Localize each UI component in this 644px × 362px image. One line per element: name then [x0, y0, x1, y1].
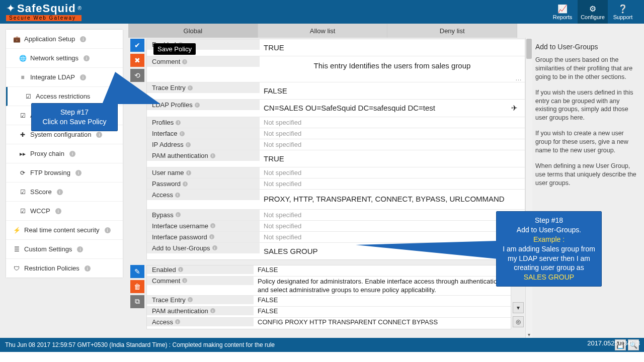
nav-support[interactable]: ❔ Support — [608, 0, 638, 24]
comment-value[interactable]: This entry Identifies the users from sal… — [260, 56, 525, 82]
brand-tagline: Secure Web Gateway — [6, 15, 82, 21]
scroll-thumb[interactable] — [526, 39, 532, 59]
info-icon: i — [77, 246, 83, 252]
info-icon: i — [183, 182, 188, 187]
profiles-value[interactable]: Not specified — [260, 117, 525, 128]
help-panel: Add to User-Groups Group the users based… — [532, 38, 644, 338]
enabled-value[interactable]: TRUE — [260, 39, 525, 56]
sidebar-item-wccp[interactable]: ☑WCCPi — [6, 202, 123, 221]
user-value[interactable]: Not specified — [260, 167, 525, 178]
edit-policy-button[interactable]: ✎ — [130, 265, 144, 278]
status-bar: Thu Jun 08 2017 12:59:57 GMT+0530 (India… — [0, 338, 644, 352]
tab-bar: Global Allow list Deny list — [128, 24, 524, 38]
app-header: ✦ SafeSquid ® Secure Web Gateway 📈 Repor… — [0, 0, 644, 24]
interface-value[interactable]: Not specified — [260, 128, 525, 139]
save-tooltip: Save Policy — [153, 43, 196, 55]
gears-icon: ⚙ — [589, 4, 596, 14]
info-icon: i — [105, 227, 111, 233]
sliders-icon: ☰ — [13, 246, 20, 253]
policy2-actions: ✎ 🗑 ⧉ — [128, 265, 146, 308]
nav-reports[interactable]: 📈 Reports — [547, 0, 578, 24]
info-icon: i — [188, 85, 193, 90]
trash-policy-button[interactable]: 🗑 — [130, 280, 144, 293]
check-icon: ☑ — [19, 189, 26, 196]
sidebar-item-sscore[interactable]: ☑SScorei — [6, 183, 123, 202]
vertical-scrollbar[interactable]: ▴ ▾ — [525, 38, 532, 338]
sidebar-item-proxy[interactable]: ▸▸Proxy chaini — [6, 144, 123, 163]
shield-icon: 🛡 — [13, 265, 20, 272]
brand-logo: ✦ SafeSquid ® Secure Web Gateway — [6, 3, 82, 21]
help-para-1: Group the users based on the similaritie… — [535, 56, 639, 81]
nav-configure[interactable]: ⚙ Configure — [578, 0, 608, 24]
status-text: Thu Jun 08 2017 12:59:57 GMT+0530 (India… — [5, 341, 275, 348]
trace-value[interactable]: FALSE — [260, 82, 525, 99]
enabled2-value[interactable]: FALSE — [254, 265, 511, 274]
trace2-value[interactable]: FALSE — [254, 296, 511, 304]
sidebar-item-network[interactable]: 🌐Network settingsi — [6, 49, 123, 68]
info-icon: i — [175, 193, 180, 198]
nav-reports-label: Reports — [553, 14, 573, 20]
ifuser-value[interactable]: Not specified — [260, 221, 525, 231]
ellipsis-icon[interactable]: … — [515, 74, 522, 82]
info-icon: i — [186, 142, 191, 147]
check-icon: ☑ — [19, 208, 26, 215]
sidebar-item-app-setup[interactable]: 💼Application Setupi — [6, 30, 123, 49]
send-icon[interactable]: ✈ — [511, 104, 518, 113]
info-icon: i — [182, 278, 187, 283]
refresh-icon: ⟳ — [19, 169, 26, 176]
info-icon: i — [55, 208, 61, 214]
clone-policy-button[interactable]: ⧉ — [130, 295, 144, 308]
access2-value[interactable]: CONFIG PROXY HTTP TRANSPARENT CONNECT BY… — [254, 318, 511, 326]
tab-allow[interactable]: Allow list — [258, 24, 388, 38]
list-icon: ≡ — [19, 74, 26, 81]
step-17-callout: Step #17 Click on Save Policy — [31, 103, 118, 131]
info-icon: i — [212, 245, 217, 250]
info-icon: i — [178, 267, 183, 272]
globe-icon: 🌐 — [19, 55, 26, 62]
scroll-down-icon[interactable]: ▾ — [526, 331, 532, 338]
comment2-value[interactable]: Policy designated for administrators. En… — [254, 277, 511, 295]
sidebar-item-realtime[interactable]: ⚡Real time content securityi — [6, 221, 123, 240]
info-icon: i — [210, 153, 215, 158]
brand-reg: ® — [78, 6, 82, 11]
info-icon: i — [210, 308, 215, 313]
briefcase-icon: 💼 — [13, 36, 20, 43]
main-area: Global Allow list Deny list ✔ ✖ ⟲ — [128, 24, 644, 338]
info-icon: i — [186, 170, 191, 175]
bolt-icon: ✦ — [6, 3, 15, 14]
ldap-value[interactable]: CN=SALES OU=SafeSquid DC=safesquid DC=te… — [260, 100, 525, 117]
info-icon: i — [182, 59, 187, 64]
info-icon: i — [75, 170, 82, 176]
info-icon: i — [176, 212, 181, 217]
info-icon: i — [175, 319, 180, 324]
info-icon: i — [80, 36, 86, 42]
pam-value[interactable]: TRUE — [260, 150, 525, 167]
sidebar-item-restrict[interactable]: 🛡Restriction Policiesi — [6, 259, 123, 278]
check-icon: ☑ — [19, 112, 26, 119]
pass-value[interactable]: Not specified — [260, 178, 525, 189]
move-down-button[interactable]: ▾ — [513, 302, 524, 313]
info-icon: i — [180, 131, 185, 136]
tab-global[interactable]: Global — [128, 24, 258, 38]
help-title: Add to User-Groups — [535, 43, 639, 51]
nav-configure-label: Configure — [581, 14, 605, 20]
info-icon: i — [195, 103, 200, 108]
delete-policy-button[interactable]: ✖ — [130, 54, 144, 67]
step-18-callout: Step #18 Add to User-Groups. Example : I… — [496, 211, 602, 287]
sidebar-item-ftp[interactable]: ⟳FTP browsingi — [6, 163, 123, 183]
ip-value[interactable]: Not specified — [260, 139, 525, 150]
target-button[interactable]: ◎ — [513, 316, 524, 327]
info-icon: i — [188, 297, 193, 302]
bypass-value[interactable]: Not specified — [260, 210, 525, 220]
help-para-4: When defining a new User Group, use term… — [535, 162, 639, 188]
sidebar-item-custom[interactable]: ☰Custom Settingsi — [6, 240, 123, 259]
access-value[interactable]: PROXY, HTTP, TRANSPARENT, CONNECT, BYPAS… — [260, 190, 525, 209]
info-icon: i — [176, 120, 181, 125]
help-para-2: If you wish the users defined in this en… — [535, 88, 639, 123]
tab-deny[interactable]: Deny list — [387, 24, 517, 38]
nav-support-label: Support — [613, 14, 633, 20]
save-policy-button[interactable]: ✔ — [130, 39, 144, 52]
sidebar: 💼Application Setupi 🌐Network settingsi ≡… — [0, 24, 128, 338]
pam2-value[interactable]: FALSE — [254, 307, 511, 315]
info-icon: i — [209, 234, 214, 239]
